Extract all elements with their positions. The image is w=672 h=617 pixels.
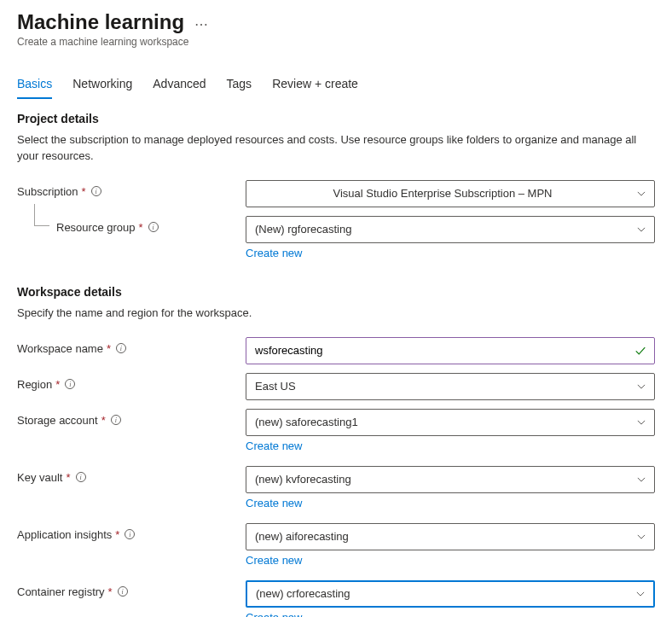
label-app-insights-text: Application insights [17, 528, 112, 541]
required-indicator: * [139, 221, 143, 234]
create-new-keyvault-link[interactable]: Create new [246, 497, 302, 509]
section-title-project: Project details [17, 112, 655, 125]
create-new-resource-group-link[interactable]: Create new [246, 247, 302, 259]
chevron-down-icon [637, 475, 646, 484]
tab-networking[interactable]: Networking [72, 72, 132, 99]
required-indicator: * [55, 378, 60, 391]
workspace-name-input[interactable] [246, 337, 655, 364]
label-region-text: Region [17, 378, 52, 391]
region-value: East US [255, 380, 296, 393]
chevron-down-icon [637, 533, 646, 541]
info-icon[interactable]: i [125, 529, 135, 539]
tree-indent-line [34, 204, 49, 226]
storage-account-value: (new) saforecasting1 [255, 416, 358, 428]
page-subtitle: Create a machine learning workspace [17, 36, 655, 48]
section-title-workspace: Workspace details [17, 285, 655, 299]
label-resource-group: Resource group * i [17, 216, 246, 234]
info-icon[interactable]: i [76, 472, 86, 482]
section-desc-project: Select the subscription to manage deploy… [17, 132, 648, 165]
chevron-down-icon [637, 189, 646, 198]
required-indicator: * [101, 414, 106, 427]
info-icon[interactable]: i [111, 415, 121, 425]
label-workspace-name: Workspace name * i [17, 337, 246, 355]
label-key-vault: Key vault * i [17, 466, 246, 484]
required-indicator: * [82, 185, 86, 198]
chevron-down-icon [637, 382, 646, 391]
region-dropdown[interactable]: East US [246, 373, 655, 400]
resource-group-value: (New) rgforecasting [255, 223, 351, 236]
label-storage-account-text: Storage account [17, 414, 98, 427]
container-registry-value: (new) crforecasting [256, 587, 350, 600]
required-indicator: * [107, 342, 111, 355]
chevron-down-icon [637, 418, 646, 427]
label-key-vault-text: Key vault [17, 471, 62, 484]
label-container-registry: Container registry * i [17, 580, 246, 598]
create-new-appinsights-link[interactable]: Create new [246, 554, 302, 567]
key-vault-value: (new) kvforecasting [255, 473, 351, 486]
tab-advanced[interactable]: Advanced [153, 72, 206, 99]
resource-group-dropdown[interactable]: (New) rgforecasting [246, 216, 655, 243]
info-icon[interactable]: i [65, 379, 75, 389]
label-storage-account: Storage account * i [17, 409, 246, 427]
key-vault-dropdown[interactable]: (new) kvforecasting [246, 466, 655, 493]
label-container-registry-text: Container registry [17, 585, 105, 598]
app-insights-value: (new) aiforecasting [255, 530, 349, 543]
page-title: Machine learning [17, 10, 184, 34]
storage-account-dropdown[interactable]: (new) saforecasting1 [246, 409, 655, 436]
info-icon[interactable]: i [148, 222, 159, 232]
label-subscription-text: Subscription [17, 185, 78, 198]
tab-review-create[interactable]: Review + create [272, 72, 358, 99]
chevron-down-icon [636, 590, 645, 598]
app-insights-dropdown[interactable]: (new) aiforecasting [246, 523, 655, 550]
check-icon [634, 345, 646, 357]
info-icon[interactable]: i [118, 586, 128, 597]
required-indicator: * [115, 528, 119, 541]
label-app-insights: Application insights * i [17, 523, 246, 541]
create-new-storage-link[interactable]: Create new [246, 439, 302, 452]
more-actions-icon[interactable]: ⋯ [194, 13, 209, 32]
subscription-dropdown[interactable]: Visual Studio Enterprise Subscription – … [246, 180, 655, 207]
required-indicator: * [66, 471, 70, 484]
info-icon[interactable]: i [91, 186, 101, 196]
label-resource-group-text: Resource group [56, 221, 136, 234]
label-subscription: Subscription * i [17, 180, 246, 198]
container-registry-dropdown[interactable]: (new) crforecasting [246, 580, 655, 608]
section-desc-workspace: Specify the name and region for the work… [17, 306, 648, 322]
subscription-value: Visual Studio Enterprise Subscription – … [333, 187, 553, 200]
required-indicator: * [108, 585, 113, 598]
tabs-bar: Basics Networking Advanced Tags Review +… [17, 72, 655, 100]
label-workspace-name-text: Workspace name [17, 342, 103, 355]
tab-basics[interactable]: Basics [17, 72, 52, 99]
tab-tags[interactable]: Tags [227, 72, 252, 99]
label-region: Region * i [17, 373, 246, 391]
create-new-container-registry-link[interactable]: Create new [246, 611, 302, 617]
chevron-down-icon [637, 225, 646, 234]
info-icon[interactable]: i [116, 343, 126, 353]
